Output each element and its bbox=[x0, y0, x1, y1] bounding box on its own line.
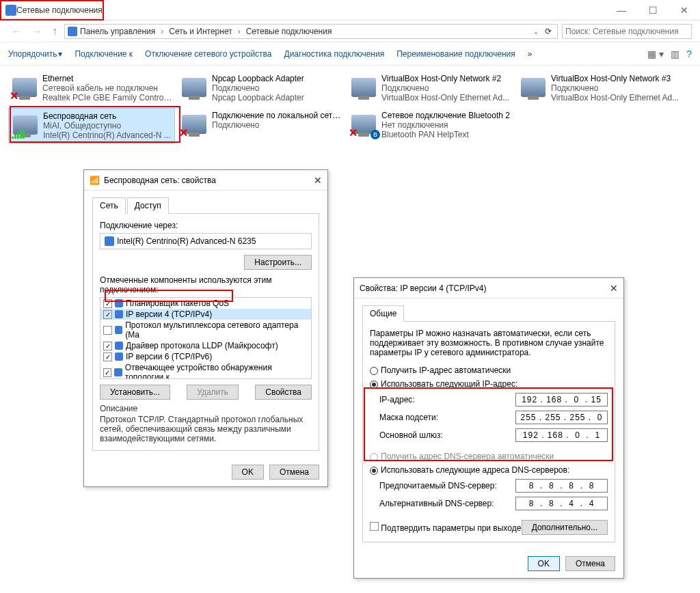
connection-icon bbox=[12, 111, 39, 139]
connection-item[interactable]: ✕ Ethernet Сетевой кабель не подключен R… bbox=[8, 71, 175, 105]
ipv4-ok-button[interactable]: OK bbox=[528, 556, 560, 571]
component-label: Отвечающее устройство обнаружения тополо… bbox=[125, 363, 308, 379]
help-icon[interactable]: ? bbox=[686, 49, 692, 59]
ok-button[interactable]: OK bbox=[232, 465, 264, 480]
gw-label: Основной шлюз: bbox=[379, 430, 443, 440]
component-label: Протокол мультиплексора сетевого адаптер… bbox=[125, 320, 308, 340]
rename-button[interactable]: Переименование подключения bbox=[396, 49, 515, 59]
view-icon[interactable]: ▦ ▾ bbox=[647, 49, 664, 59]
mask-input[interactable] bbox=[515, 411, 608, 424]
uninstall-button[interactable]: Удалить bbox=[187, 385, 239, 400]
breadcrumb-0[interactable]: Панель управления bbox=[80, 27, 155, 36]
connection-device: VirtualBox Host-Only Ethernet Ad... bbox=[551, 93, 679, 102]
component-icon bbox=[115, 299, 123, 307]
properties-button[interactable]: Свойства bbox=[255, 385, 312, 400]
titlebar: Сетевые подключения — ☐ ✕ bbox=[0, 0, 700, 20]
diagnose-button[interactable]: Диагностика подключения bbox=[284, 49, 385, 59]
dns2-label: Альтернативный DNS-сервер: bbox=[379, 499, 494, 508]
component-icon bbox=[115, 310, 123, 318]
more-menu[interactable]: » bbox=[528, 49, 533, 59]
configure-button[interactable]: Настроить... bbox=[244, 255, 312, 270]
window-title: Сетевые подключения bbox=[16, 5, 103, 15]
search-input[interactable] bbox=[562, 24, 692, 39]
connection-item[interactable]: VirtualBox Host-Only Network #3 Подключе… bbox=[517, 71, 684, 105]
component-row[interactable]: Планировщик пакетов QoS bbox=[100, 298, 311, 309]
connection-status: Подключено bbox=[212, 120, 342, 130]
connect-via-label: Подключение через: bbox=[100, 221, 312, 230]
close-button[interactable]: ✕ bbox=[669, 0, 700, 20]
cancel-button[interactable]: Отмена bbox=[269, 465, 319, 480]
dns1-input[interactable] bbox=[515, 479, 608, 493]
advanced-button[interactable]: Дополнительно... bbox=[522, 520, 608, 535]
connection-item[interactable]: ✕ Подключение по локальной сети 2 Подклю… bbox=[178, 108, 345, 143]
component-row[interactable]: IP версии 6 (TCP/IPv6) bbox=[100, 351, 311, 362]
component-row[interactable]: IP версии 4 (TCP/IPv4) bbox=[100, 309, 311, 320]
component-icon bbox=[115, 326, 123, 334]
ipv4-close-button[interactable]: ✕ bbox=[610, 283, 618, 294]
checkbox[interactable] bbox=[103, 353, 112, 361]
ip-input[interactable] bbox=[515, 393, 608, 406]
checkbox[interactable] bbox=[103, 368, 111, 377]
ipv4-cancel-button[interactable]: Отмена bbox=[565, 556, 615, 571]
dialog-close-button[interactable]: ✕ bbox=[314, 175, 322, 186]
radio-auto-ip[interactable]: Получить IP-адрес автоматически bbox=[370, 366, 608, 375]
connection-item[interactable]: VirtualBox Host-Only Network #2 Подключе… bbox=[347, 71, 514, 105]
ipv4-dialog: Свойства: IP версии 4 (TCP/IPv4) ✕ Общие… bbox=[353, 277, 624, 579]
toolbar: Упорядочить ▾ Подключение к Отключение с… bbox=[0, 42, 700, 66]
up-button[interactable]: ↑ bbox=[49, 25, 60, 38]
network-icon bbox=[5, 5, 16, 16]
organize-menu[interactable]: Упорядочить ▾ bbox=[8, 49, 62, 59]
connection-name: Сетевое подключение Bluetooth 2 bbox=[381, 111, 510, 120]
address-box[interactable]: Панель управления› Сеть и Интернет› Сете… bbox=[64, 24, 558, 39]
back-button[interactable]: ← bbox=[8, 25, 25, 38]
adapter-box: Intel(R) Centrino(R) Advanced-N 6235 bbox=[100, 233, 312, 249]
refresh-button[interactable]: ⟳ bbox=[542, 27, 554, 36]
connection-icon bbox=[520, 74, 547, 101]
confirm-checkbox[interactable]: Подтвердить параметры при выходе bbox=[370, 522, 521, 533]
chevron-down-icon[interactable]: ⌄ bbox=[533, 27, 539, 36]
connection-item[interactable]: Беспроводная сеть MiAI, Общедоступно Int… bbox=[8, 108, 175, 143]
connect-button[interactable]: Подключение к bbox=[75, 49, 133, 59]
component-label: IP версии 6 (TCP/IPv6) bbox=[126, 352, 212, 361]
properties-dialog: 📶 Беспроводная сеть: свойства ✕ Сеть Дос… bbox=[83, 169, 328, 487]
connection-icon: ✕ bbox=[11, 74, 38, 101]
gw-input[interactable] bbox=[515, 428, 608, 442]
checkbox[interactable] bbox=[103, 342, 112, 350]
component-row[interactable]: Драйвер протокола LLDP (Майкрософт) bbox=[100, 340, 311, 351]
radio-manual-dns[interactable]: Использовать следующие адреса DNS-сервер… bbox=[370, 465, 608, 475]
minimize-button[interactable]: — bbox=[606, 0, 637, 20]
ipv4-titlebar[interactable]: Свойства: IP версии 4 (TCP/IPv4) ✕ bbox=[354, 278, 623, 299]
checkbox[interactable] bbox=[103, 310, 112, 319]
connection-status: Сетевой кабель не подключен bbox=[42, 83, 172, 93]
connection-device: Realtek PCIe GBE Family Controller bbox=[42, 93, 172, 102]
radio-manual-ip[interactable]: Использовать следующий IP-адрес: bbox=[370, 379, 608, 389]
connection-item[interactable]: ✕B Сетевое подключение Bluetooth 2 Нет п… bbox=[347, 108, 514, 143]
tab-network[interactable]: Сеть bbox=[92, 197, 126, 214]
component-row[interactable]: Протокол мультиплексора сетевого адаптер… bbox=[100, 320, 311, 340]
maximize-button[interactable]: ☐ bbox=[637, 0, 669, 20]
disable-button[interactable]: Отключение сетевого устройства bbox=[145, 49, 271, 59]
component-list[interactable]: Планировщик пакетов QoS IP версии 4 (TCP… bbox=[100, 297, 312, 379]
component-row[interactable]: Отвечающее устройство обнаружения тополо… bbox=[100, 362, 311, 379]
components-label: Отмеченные компоненты используются этим … bbox=[100, 275, 312, 294]
breadcrumb-1[interactable]: Сеть и Интернет bbox=[169, 27, 232, 36]
install-button[interactable]: Установить... bbox=[100, 385, 170, 400]
dns2-input[interactable] bbox=[515, 497, 608, 510]
connection-name: Ethernet bbox=[42, 74, 172, 83]
connection-icon bbox=[180, 74, 208, 101]
component-icon bbox=[115, 353, 123, 361]
details-pane-icon[interactable]: ▥ bbox=[671, 49, 679, 59]
connection-status: MiAI, Общедоступно bbox=[43, 121, 171, 130]
connection-name: Подключение по локальной сети 2 bbox=[212, 111, 342, 120]
tab-general[interactable]: Общие bbox=[362, 305, 404, 322]
folder-icon bbox=[68, 27, 77, 36]
dialog-titlebar[interactable]: 📶 Беспроводная сеть: свойства ✕ bbox=[84, 170, 327, 191]
connection-item[interactable]: Npcap Loopback Adapter Подключено Npcap … bbox=[178, 71, 345, 105]
forward-button[interactable]: → bbox=[29, 25, 45, 38]
component-icon bbox=[114, 368, 122, 376]
tab-access[interactable]: Доступ bbox=[127, 197, 169, 214]
checkbox[interactable] bbox=[103, 299, 112, 308]
breadcrumb-2[interactable]: Сетевые подключения bbox=[246, 27, 332, 36]
component-label: Планировщик пакетов QoS bbox=[126, 299, 229, 308]
checkbox[interactable] bbox=[103, 326, 112, 335]
